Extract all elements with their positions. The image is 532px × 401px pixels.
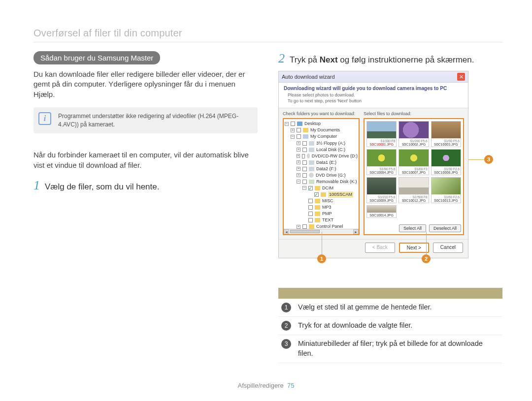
select-all-button[interactable]: Select All (399, 224, 426, 232)
thumbnail-image[interactable] (432, 178, 461, 194)
intro-paragraph: Du kan downloade filer eller redigere bi… (33, 69, 258, 99)
folder-tree[interactable]: −Desktop +My Documents −My Computer +3½ … (283, 118, 360, 235)
legend-row-1: 1 Vælg et sted til at gemme de hentede f… (278, 299, 502, 317)
legend-row-3: 3 Miniaturebilleder af filer; tryk på et… (278, 335, 502, 363)
deselect-all-button[interactable]: Deselect All (429, 224, 461, 232)
thumbnail[interactable]: S0C10014.JPG (366, 205, 397, 218)
divider (33, 42, 502, 42)
callout-3: 3 (484, 155, 493, 164)
thumbnail-grid[interactable]: S1/300 F8S0C10001.JPGS1/200 F5.6S0C10002… (364, 118, 464, 235)
thumbnail[interactable]: S1/500 F8S0C10012.JPG (399, 177, 429, 203)
thumbnail-image[interactable] (399, 178, 428, 194)
callout-1: 1 (317, 254, 326, 263)
thumbs-label: Select files to download: (364, 111, 464, 116)
page-footer: Afspille/redigere 75 (0, 382, 532, 389)
thumbnail[interactable]: S1/30 F2.6S0C10008.JPG (431, 149, 461, 175)
thumbnail[interactable]: S1/60 F2.6S0C10013.JPG (431, 177, 461, 203)
thumbnail-image[interactable] (399, 150, 428, 166)
tree-scrollbar[interactable]: ◄► (284, 229, 359, 234)
step-1-text: Vælg de filer, som du vil hente. (45, 182, 159, 193)
wizard-header: Downloading wizard will guide you to dow… (279, 83, 468, 108)
auto-window-paragraph: Når du forbinder kameraet til en compute… (33, 150, 258, 170)
legend-header-bar (278, 288, 502, 299)
thumbnail-image[interactable] (367, 122, 396, 138)
callout-line-1 (322, 232, 322, 255)
wizard-sub2: To go to next step, press 'Next' button (284, 98, 463, 104)
step-2-text: Tryk på Next og følg instruktionerne på … (290, 55, 474, 66)
note-icon: i (38, 112, 51, 125)
footer-page: 75 (287, 382, 294, 389)
thumbnail-image[interactable] (367, 150, 396, 166)
thumbnail[interactable]: S1/210 F5.6S0C10009.JPG (366, 177, 397, 203)
cancel-button[interactable]: Cancel (433, 243, 463, 253)
breadcrumb: Overførsel af filer til din computer (33, 28, 502, 39)
thumbnail-image[interactable] (399, 122, 428, 138)
legend-text-3: Miniaturebilleder af filer; tryk på et b… (298, 339, 499, 358)
thumbnail[interactable]: S1/60 F3S0C10007.JPG (399, 149, 429, 175)
legend-num-3: 3 (281, 339, 291, 349)
callout-line-2 (426, 232, 427, 255)
legend-row-2: 2 Tryk for at downloade de valgte filer. (278, 317, 502, 335)
step-2-number: 2 (278, 51, 285, 66)
callout-2: 2 (422, 254, 431, 263)
step-1-number: 1 (33, 178, 40, 193)
wizard-window: Auto download wizard ✕ Downloading wizar… (278, 71, 468, 258)
wizard-title: Auto download wizard (282, 74, 335, 80)
thumbnail-image[interactable] (432, 122, 461, 138)
callout-line-3 (468, 159, 485, 160)
wizard-sub1: Please select photos to download. (284, 93, 463, 98)
back-button: < Back (365, 243, 395, 253)
legend-num-2: 2 (281, 321, 291, 331)
thumbnail[interactable]: S1/90 F5.6S0C10004.JPG (366, 149, 397, 175)
note-box: i Programmet understøtter ikke redigerin… (33, 107, 258, 134)
legend-text-1: Vælg et sted til at gemme de hentede fil… (298, 303, 432, 312)
legend-num-1: 1 (281, 303, 291, 312)
thumbnail[interactable]: S1/300 F8S0C10001.JPG (366, 121, 397, 147)
thumbnail-image[interactable] (432, 150, 461, 166)
thumbnail-image[interactable] (367, 178, 396, 194)
next-button[interactable]: Next > (399, 243, 429, 253)
tree-label: Check folders you want to download: (283, 111, 360, 116)
thumbnail[interactable]: S1/200 F5.6S0C10002.JPG (399, 121, 429, 147)
wizard-heading: Downloading wizard will guide you to dow… (284, 86, 463, 91)
callout-legend: 1 Vælg et sted til at gemme de hentede f… (278, 288, 502, 363)
close-icon[interactable]: ✕ (457, 73, 465, 81)
wizard-screenshot: Auto download wizard ✕ Downloading wizar… (278, 71, 502, 258)
wizard-titlebar: Auto download wizard ✕ (279, 71, 468, 83)
tree-selected-folder[interactable]: 100SSCAM (328, 191, 353, 198)
footer-section: Afspille/redigere (238, 382, 284, 389)
section-pill: Sådan bruger du Samsung Master (33, 51, 160, 64)
legend-text-2: Tryk for at downloade de valgte filer. (298, 321, 412, 331)
thumbnail[interactable]: S1/90 F5.6S0C10003.JPG (431, 121, 461, 147)
note-text: Programmet understøtter ikke redigering … (58, 113, 238, 128)
